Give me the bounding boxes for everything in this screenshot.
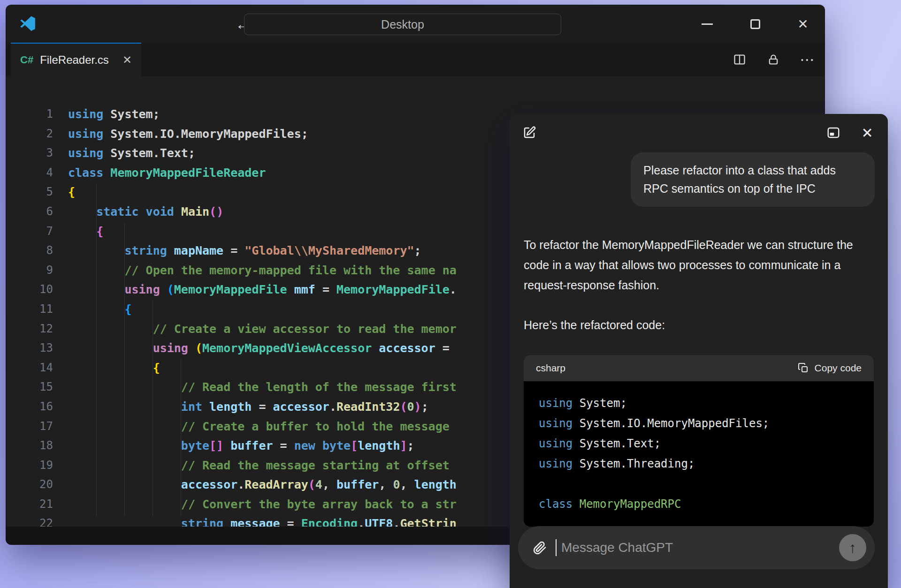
code-line: {: [68, 300, 457, 319]
assistant-lead-in-text: Here’s the refactored code:: [524, 315, 874, 335]
line-number: 8: [6, 241, 53, 261]
editor-code: using System;using System.IO.MemoryMappe…: [68, 76, 457, 534]
line-number: 9: [6, 261, 53, 280]
code-line: {: [68, 222, 457, 241]
chat-header: ✕: [510, 114, 888, 140]
code-line: // Read the length of the message first: [68, 377, 457, 397]
assistant-message-text: To refactor the MemoryMappedFileReader w…: [524, 235, 872, 295]
minimize-button[interactable]: [697, 14, 718, 34]
send-button[interactable]: ↑: [839, 534, 866, 561]
copy-code-button[interactable]: Copy code: [798, 362, 862, 374]
editor-gutter: 12345678910111213141516171819202122: [6, 76, 53, 534]
code-line: static void Main(): [68, 202, 457, 222]
line-number: 19: [6, 456, 53, 475]
code-line: class MemoryMappedFileReader: [68, 163, 457, 183]
code-line: // Create a view accessor to read the me…: [68, 319, 457, 339]
tab-filereader[interactable]: C# FileReader.cs ✕: [11, 43, 141, 76]
lock-icon[interactable]: [766, 53, 780, 67]
code-line: // Open the memory-mapped file with the …: [68, 261, 457, 280]
more-actions-icon[interactable]: ⋯: [800, 53, 814, 67]
tab-label: FileReader.cs: [40, 53, 116, 67]
code-block-header: csharp Copy code: [524, 355, 874, 381]
editor-actions: ⋯: [733, 43, 814, 76]
line-number: 21: [6, 495, 53, 514]
vscode-logo-icon: [19, 15, 36, 32]
code-line: using System.Text;: [539, 434, 859, 454]
maximize-icon: [750, 19, 760, 29]
line-number: 7: [6, 222, 53, 241]
tab-close-icon[interactable]: ✕: [122, 53, 132, 67]
line-number: 2: [6, 124, 53, 144]
line-number: 12: [6, 319, 53, 339]
window-controls: ✕: [697, 5, 813, 43]
split-editor-icon[interactable]: [733, 53, 747, 67]
line-number: 14: [6, 358, 53, 378]
line-number: 18: [6, 436, 53, 456]
line-number: 1: [6, 105, 53, 124]
code-line: [539, 474, 859, 494]
chat-code-block: csharp Copy code using System;using Syst…: [524, 355, 874, 527]
code-line: string mapName = "Global\\MySharedMemory…: [68, 241, 457, 261]
copy-code-label: Copy code: [815, 362, 862, 374]
code-line: using System;: [539, 393, 859, 414]
line-number: 4: [6, 163, 53, 183]
user-message-bubble: Please refactor into a class that adds R…: [631, 152, 875, 207]
minimize-icon: [702, 23, 713, 25]
maximize-button[interactable]: [745, 14, 765, 34]
line-number: 5: [6, 182, 53, 202]
user-message-text: Please refactor into a class that adds R…: [643, 164, 836, 195]
line-number: 16: [6, 397, 53, 417]
code-line: using System.Text;: [68, 143, 457, 163]
code-line: byte[] buffer = new byte[length];: [68, 436, 457, 456]
attachment-paperclip-icon[interactable]: [532, 540, 547, 555]
line-number: 3: [6, 143, 53, 163]
titlebar: ← → Desktop ✕: [6, 5, 825, 43]
code-line: using System.Threading;: [539, 454, 859, 474]
line-number: 13: [6, 339, 53, 358]
code-line: using (MemoryMappedFile mmf = MemoryMapp…: [68, 280, 457, 300]
close-button[interactable]: ✕: [793, 14, 813, 34]
code-line: {: [68, 358, 457, 378]
line-number: 15: [6, 377, 53, 397]
code-line: using System.IO.MemoryMappedFiles;: [68, 124, 457, 144]
line-number: 17: [6, 417, 53, 437]
code-line: using (MemoryMappedViewAccessor accessor…: [68, 339, 457, 358]
code-line: class MemoryMappedRPC: [539, 494, 859, 514]
code-line: accessor.ReadArray(4, buffer, 0, length: [68, 475, 457, 495]
chat-close-icon[interactable]: ✕: [860, 125, 875, 140]
chat-input-bar[interactable]: Message ChatGPT ↑: [518, 526, 875, 569]
code-line: {: [68, 182, 457, 202]
line-number: 11: [6, 300, 53, 319]
code-line: // Read the message starting at offset: [68, 456, 457, 475]
code-line: // Convert the byte array back to a str: [68, 495, 457, 514]
chat-code-lines: using System;using System.IO.MemoryMappe…: [524, 381, 874, 527]
chatgpt-panel: ✕ Please refactor into a class that adds…: [510, 114, 888, 588]
code-line: using System;: [68, 105, 457, 124]
csharp-file-icon: C#: [20, 54, 33, 66]
tab-bar: C# FileReader.cs ✕ ⋯: [6, 43, 825, 76]
line-number: 10: [6, 280, 53, 300]
text-cursor: [556, 539, 557, 556]
message-input-placeholder[interactable]: Message ChatGPT: [561, 540, 673, 555]
command-center-search[interactable]: Desktop: [244, 14, 561, 35]
code-line: // Create a buffer to hold the message: [68, 417, 457, 437]
code-line: int length = accessor.ReadInt32(0);: [68, 397, 457, 417]
new-chat-compose-icon[interactable]: [522, 125, 537, 140]
line-number: 20: [6, 475, 53, 495]
picture-in-picture-icon[interactable]: [826, 125, 841, 140]
line-number: 6: [6, 202, 53, 222]
search-value: Desktop: [381, 18, 424, 31]
code-language-label: csharp: [536, 362, 565, 374]
code-line: using System.IO.MemoryMappedFiles;: [539, 414, 859, 434]
